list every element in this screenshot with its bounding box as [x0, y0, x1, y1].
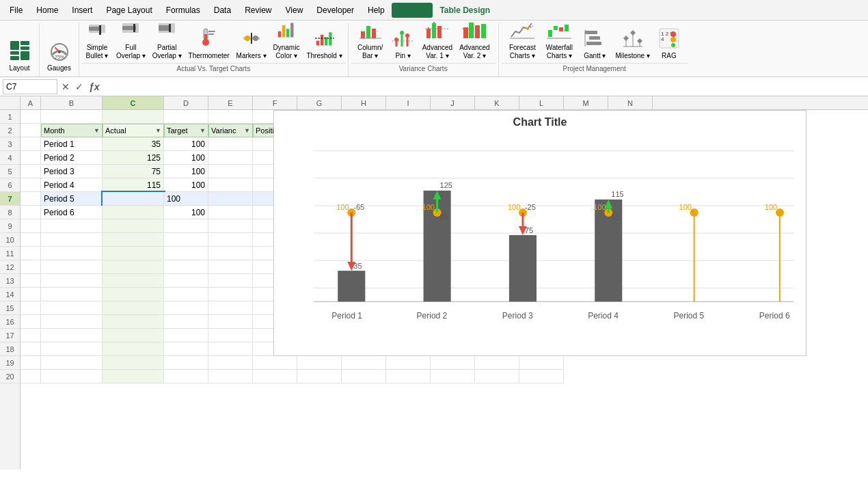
menu-data[interactable]: Data	[207, 3, 238, 18]
col-header-l[interactable]: L	[519, 96, 564, 109]
cell-e5[interactable]	[208, 165, 253, 178]
col-header-e[interactable]: E	[208, 96, 253, 109]
cell-b7[interactable]: Period 5	[41, 192, 103, 206]
gantt-button[interactable]: Gantt ▾	[578, 23, 611, 62]
row-num-10[interactable]: 10	[0, 233, 20, 247]
rag-button[interactable]: 1 2 3 4 RAG	[654, 23, 684, 62]
cell-c9[interactable]	[103, 219, 164, 233]
row-num-16[interactable]: 16	[0, 315, 20, 329]
row-num-13[interactable]: 13	[0, 274, 20, 288]
cell-d1[interactable]	[164, 110, 208, 124]
advanced-var1-button[interactable]: AdvancedVar. 1 ▾	[420, 23, 455, 62]
col-header-i[interactable]: I	[386, 96, 431, 109]
cell-a9[interactable]	[21, 219, 41, 233]
row-num-3[interactable]: 3	[0, 137, 20, 151]
col-header-h[interactable]: H	[342, 96, 386, 109]
row-num-1[interactable]: 1	[0, 110, 20, 124]
row-num-18[interactable]: 18	[0, 342, 20, 356]
thermometer-button[interactable]: Thermometer	[186, 23, 232, 62]
cell-reference-input[interactable]	[3, 79, 57, 94]
markers-button[interactable]: Markers ▾	[234, 23, 269, 62]
cell-b2-header[interactable]: Month ▼	[41, 124, 103, 137]
menu-file[interactable]: File	[3, 3, 29, 18]
menu-formulas[interactable]: Formulas	[159, 3, 207, 18]
menu-table-design[interactable]: Table Design	[433, 3, 497, 18]
cell-c2-header[interactable]: Actual ▼	[103, 124, 164, 137]
row-num-12[interactable]: 12	[0, 260, 20, 274]
cell-e8[interactable]	[208, 206, 253, 219]
cell-d7[interactable]: 100	[164, 192, 208, 206]
cell-c7[interactable]	[103, 192, 164, 206]
cell-c8[interactable]	[103, 206, 164, 219]
row-num-19[interactable]: 19	[0, 356, 20, 370]
row-num-7[interactable]: 7	[0, 192, 20, 206]
menu-review[interactable]: Review	[238, 3, 278, 18]
cell-c3[interactable]: 35	[103, 137, 164, 151]
formula-input[interactable]	[104, 79, 865, 94]
menu-pine-bi[interactable]: Pine BI	[392, 3, 433, 18]
row-num-20[interactable]: 20	[0, 370, 20, 383]
row-num-15[interactable]: 15	[0, 301, 20, 315]
col-header-g[interactable]: G	[297, 96, 342, 109]
simple-bullet-button[interactable]: SimpleBullet ▾	[82, 23, 112, 62]
cell-a3[interactable]	[21, 137, 41, 151]
row-num-2[interactable]: 2	[0, 124, 20, 137]
menu-page-layout[interactable]: Page Layout	[99, 3, 159, 18]
layout-button[interactable]: Layout	[6, 36, 33, 74]
formula-fx-icon[interactable]: ƒx	[87, 80, 101, 94]
cell-b3[interactable]: Period 1	[41, 137, 103, 151]
threshold-button[interactable]: Threshold ▾	[303, 23, 344, 62]
cell-a4[interactable]	[21, 151, 41, 165]
full-overlap-button[interactable]: FullOverlap ▾	[113, 23, 148, 62]
cell-e1[interactable]	[208, 110, 253, 124]
row-num-9[interactable]: 9	[0, 219, 20, 233]
col-header-k[interactable]: K	[475, 96, 519, 109]
col-header-a[interactable]: A	[21, 96, 41, 109]
column-bar-button[interactable]: Column/Bar ▾	[354, 23, 387, 62]
cell-a5[interactable]	[21, 165, 41, 178]
menu-view[interactable]: View	[279, 3, 310, 18]
row-num-17[interactable]: 17	[0, 329, 20, 342]
forecast-charts-button[interactable]: ForecastCharts ▾	[504, 23, 540, 62]
gauges-button[interactable]: 75% Gauges	[44, 36, 74, 74]
col-header-n[interactable]: N	[608, 96, 653, 109]
formula-confirm-icon[interactable]: ✓	[74, 80, 85, 94]
cell-c4[interactable]: 125	[103, 151, 164, 165]
menu-help[interactable]: Help	[361, 3, 392, 18]
row-num-8[interactable]: 8	[0, 206, 20, 219]
formula-cancel-icon[interactable]: ✕	[60, 80, 71, 94]
pin-button[interactable]: Pin ▾	[388, 23, 418, 62]
row-num-5[interactable]: 5	[0, 165, 20, 178]
cell-a6[interactable]	[21, 178, 41, 192]
col-header-b[interactable]: B	[41, 96, 103, 109]
cell-a1[interactable]	[21, 110, 41, 124]
cell-c6[interactable]: 115	[103, 178, 164, 192]
partial-overlap-button[interactable]: PartialOverlap ▾	[150, 23, 185, 62]
col-header-c[interactable]: C	[103, 96, 164, 109]
advanced-var2-button[interactable]: AdvancedVar. 2 ▾	[457, 23, 492, 62]
col-header-d[interactable]: D	[164, 96, 208, 109]
col-header-j[interactable]: J	[431, 96, 475, 109]
menu-developer[interactable]: Developer	[310, 3, 361, 18]
cell-e2-header[interactable]: Varianc ▼	[208, 124, 253, 137]
cell-e6[interactable]	[208, 178, 253, 192]
cell-b9[interactable]	[41, 219, 103, 233]
cell-b8[interactable]: Period 6	[41, 206, 103, 219]
cell-d8[interactable]: 100	[164, 206, 208, 219]
cell-e3[interactable]	[208, 137, 253, 151]
cell-c1[interactable]	[103, 110, 164, 124]
cell-c5[interactable]: 75	[103, 165, 164, 178]
cell-d5[interactable]: 100	[164, 165, 208, 178]
cell-a7[interactable]	[21, 192, 41, 206]
cell-d4[interactable]: 100	[164, 151, 208, 165]
cell-b6[interactable]: Period 4	[41, 178, 103, 192]
menu-home[interactable]: Home	[29, 3, 65, 18]
cell-a8[interactable]	[21, 206, 41, 219]
row-num-6[interactable]: 6	[0, 178, 20, 192]
cell-e7[interactable]	[208, 192, 253, 206]
cell-e4[interactable]	[208, 151, 253, 165]
row-num-14[interactable]: 14	[0, 288, 20, 301]
cell-d3[interactable]: 100	[164, 137, 208, 151]
row-num-11[interactable]: 11	[0, 247, 20, 260]
menu-insert[interactable]: Insert	[65, 3, 99, 18]
